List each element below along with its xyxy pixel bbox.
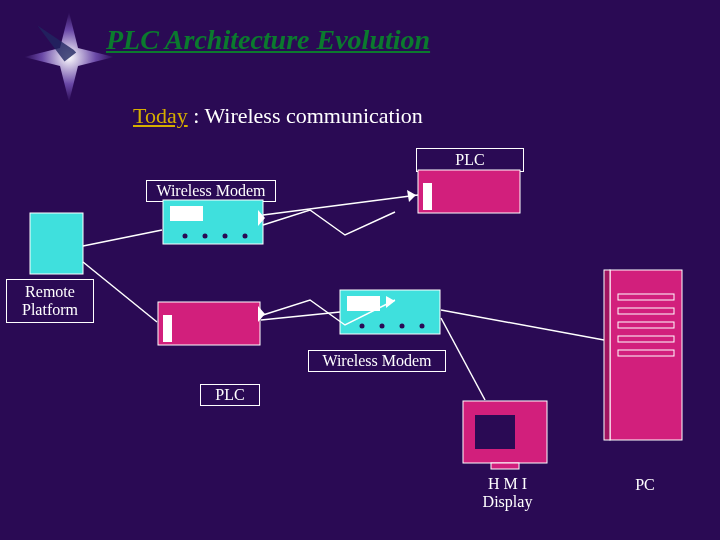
svg-marker-36 [407,190,416,202]
page-title: PLC Architecture Evolution [106,24,430,56]
label-wireless-modem-top: Wireless Modem [146,180,276,202]
svg-rect-21 [491,463,519,469]
svg-rect-14 [347,296,380,311]
svg-rect-25 [618,308,674,314]
svg-point-18 [420,324,425,329]
svg-rect-20 [475,415,515,449]
svg-line-33 [441,318,485,400]
svg-rect-23 [604,270,610,440]
label-wireless-modem-bottom: Wireless Modem [308,350,446,372]
svg-rect-13 [340,290,440,334]
label-remote-platform: Remote Platform [6,279,94,323]
svg-rect-26 [618,322,674,328]
svg-rect-2 [418,170,520,213]
svg-point-9 [243,234,248,239]
svg-line-32 [261,312,340,320]
svg-rect-19 [463,401,547,463]
remote-platform-shape [30,213,83,274]
svg-point-6 [183,234,188,239]
svg-rect-27 [618,336,674,342]
subtitle-rest: : Wireless communication [188,103,423,128]
arrowheads [258,190,416,322]
wireless-modem-top-shape [163,200,263,244]
subtitle: Today : Wireless communication [133,103,423,129]
svg-rect-11 [158,302,260,345]
hmi-display-shape [463,401,547,469]
svg-rect-5 [170,206,203,221]
svg-point-8 [223,234,228,239]
svg-marker-37 [386,296,395,308]
svg-point-7 [203,234,208,239]
svg-rect-22 [610,270,682,440]
wireless-modem-bottom-shape [340,290,440,334]
svg-line-34 [441,310,604,340]
svg-point-17 [400,324,405,329]
svg-rect-24 [618,294,674,300]
svg-rect-10 [30,213,83,274]
svg-line-31 [83,262,157,322]
svg-marker-38 [258,306,265,322]
subtitle-today: Today [133,103,188,128]
svg-rect-3 [423,183,432,210]
label-hmi-display: H M I Display [469,473,546,513]
pc-tower-shape [604,270,682,440]
svg-rect-28 [618,350,674,356]
svg-rect-4 [163,200,263,244]
label-plc-top: PLC [416,148,524,172]
svg-line-29 [263,195,418,215]
plc-top-shape [418,170,520,213]
label-pc: PC [626,475,664,495]
svg-line-30 [83,230,162,246]
svg-point-15 [360,324,365,329]
svg-marker-35 [258,210,265,226]
star-decoration [24,12,114,102]
svg-point-16 [380,324,385,329]
svg-rect-12 [163,315,172,342]
label-plc-bottom: PLC [200,384,260,406]
plc-bottom-shape [158,302,260,345]
